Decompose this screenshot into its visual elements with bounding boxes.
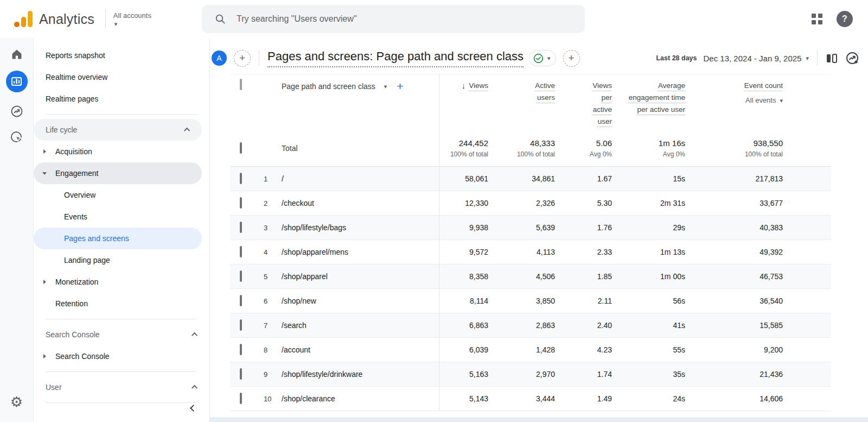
sidebar-section-search-console[interactable]: Search Console (34, 324, 209, 345)
search-icon (215, 14, 226, 24)
sidebar-section-user[interactable]: User (34, 376, 209, 398)
chevron-up-icon (192, 332, 197, 338)
event-count-cell: 40,383 (694, 223, 792, 232)
table-row: 7 /search 6,863 2,863 2.40 41s 15,585 (230, 313, 831, 338)
report-status-dropdown[interactable]: ▾ (529, 50, 556, 66)
event-filter-dropdown[interactable]: All events ▾ (745, 95, 783, 106)
row-checkbox[interactable] (240, 173, 242, 184)
views-per-user-cell: 2.11 (564, 297, 621, 305)
dimension-header-dropdown[interactable]: Page path and screen class ▾ + (276, 81, 439, 92)
apps-grid-icon[interactable] (812, 14, 822, 24)
row-index: 1 (254, 175, 276, 183)
chevron-down-icon[interactable]: ▾ (806, 55, 809, 61)
account-picker[interactable]: All accounts ▾ (113, 11, 151, 27)
sidebar-item-realtime-pages[interactable]: Realtime pages (34, 88, 209, 110)
insights-icon[interactable] (845, 51, 859, 65)
sidebar-item-engagement[interactable]: Engagement (34, 162, 202, 184)
engagement-time-cell: 41s (621, 321, 694, 330)
row-index: 6 (254, 297, 276, 305)
engagement-time-cell: 1m 13s (621, 248, 694, 256)
advertising-icon[interactable] (10, 130, 24, 144)
page-title[interactable]: Pages and screens: Page path and screen … (267, 49, 524, 67)
chevron-down-icon: ▾ (547, 55, 551, 61)
row-checkbox[interactable] (240, 344, 242, 355)
sidebar-item-realtime-overview[interactable]: Realtime overview (34, 66, 209, 88)
column-header-active-users[interactable]: Active users (497, 80, 564, 104)
row-checkbox[interactable] (240, 222, 242, 233)
sidebar-item-reports-snapshot[interactable]: Reports snapshot (34, 45, 209, 66)
table-row: 3 /shop/lifestyle/bags 9,938 5,639 1.76 … (230, 216, 831, 240)
row-checkbox[interactable] (240, 246, 242, 257)
sidebar-divider (46, 114, 196, 115)
row-checkbox[interactable] (240, 368, 242, 380)
total-label: Total (276, 144, 439, 153)
header-divider (817, 51, 818, 66)
total-event-count-sub: 100% of total (745, 150, 783, 158)
event-count-cell: 46,753 (694, 272, 792, 281)
engagement-time-cell: 35s (621, 370, 694, 379)
compare-icon[interactable] (826, 53, 838, 64)
row-checkbox[interactable] (240, 270, 242, 282)
add-comparison-button[interactable]: + (234, 50, 251, 67)
section-label: Life cycle (46, 125, 77, 134)
views-cell: 5,163 (439, 370, 497, 379)
report-avatar[interactable]: A (212, 51, 227, 66)
date-range-selector[interactable]: Dec 13, 2024 - Jan 9, 2025 (704, 54, 802, 63)
column-header-views[interactable]: ↓ Views (439, 80, 497, 92)
row-checkbox[interactable] (240, 295, 242, 306)
home-icon[interactable] (10, 48, 23, 61)
sidebar-item-label: Pages and screens (64, 234, 129, 243)
sidebar-item-retention[interactable]: Retention (34, 293, 209, 314)
engagement-time-cell: 56s (621, 297, 694, 305)
sidebar-divider (46, 371, 196, 372)
sidebar-item-search-console[interactable]: Search Console (34, 345, 209, 367)
column-label: Average engagement time per active user (626, 80, 685, 116)
column-header-event-count[interactable]: Event count All events ▾ (694, 80, 792, 106)
column-header-avg-engagement-time[interactable]: Average engagement time per active user (621, 80, 694, 116)
views-per-user-cell: 2.40 (564, 321, 621, 330)
row-checkbox[interactable] (240, 142, 242, 154)
row-checkbox[interactable] (240, 197, 242, 209)
sidebar-item-monetization[interactable]: Monetization (34, 271, 209, 293)
views-cell: 12,330 (439, 199, 497, 207)
column-header-views-per-active-user[interactable]: Views per active user (564, 80, 621, 128)
sidebar-item-pages-and-screens[interactable]: Pages and screens (34, 228, 202, 249)
row-index: 5 (254, 273, 276, 281)
views-per-user-cell: 4.23 (564, 345, 621, 354)
row-index: 9 (254, 370, 276, 379)
header-divider (259, 51, 259, 66)
help-icon[interactable]: ? (837, 11, 853, 27)
sidebar-item-label: Landing page (64, 256, 110, 264)
row-checkbox[interactable] (240, 319, 242, 331)
add-dimension-button[interactable]: + (397, 81, 403, 92)
chevron-down-icon: ▾ (384, 84, 387, 89)
chevron-down-icon: ▾ (780, 98, 783, 103)
analytics-logo[interactable]: Analytics (14, 11, 94, 27)
sidebar-section-life-cycle[interactable]: Life cycle (34, 119, 202, 141)
explore-icon[interactable] (10, 104, 24, 118)
sort-descending-icon: ↓ (462, 80, 466, 92)
chevron-down-icon: ▾ (114, 21, 118, 27)
sidebar-item-label: Realtime pages (46, 95, 98, 103)
sidebar-item-engagement-overview[interactable]: Overview (34, 184, 209, 206)
views-cell: 8,358 (439, 272, 497, 281)
page-path-cell: /shop/apparel/mens (276, 248, 439, 256)
event-count-cell: 14,606 (694, 394, 792, 403)
add-report-tab-button[interactable]: + (563, 50, 580, 67)
sidebar-item-acquisition[interactable]: Acquisition (34, 141, 209, 162)
row-checkbox[interactable] (240, 393, 242, 404)
search-input[interactable]: Try searching "Users overview" (202, 5, 585, 33)
sidebar-item-label: Events (64, 212, 87, 221)
settings-gear-icon[interactable]: ⚙ (10, 395, 23, 409)
total-views: 244,452 (459, 138, 488, 148)
reports-icon[interactable] (6, 71, 28, 92)
table-row: 8 /account 6,039 1,428 4.23 55s 9,200 (230, 338, 831, 362)
sidebar-item-label: Reports snapshot (46, 51, 105, 60)
sidebar-item-landing-page[interactable]: Landing page (34, 249, 209, 271)
sidebar-item-events[interactable]: Events (34, 206, 209, 228)
collapse-sidebar-button[interactable] (188, 402, 199, 413)
views-cell: 58,061 (439, 174, 497, 183)
horizontal-scrollbar-track[interactable] (210, 417, 868, 422)
select-all-checkbox[interactable] (240, 79, 242, 90)
active-users-cell: 5,639 (497, 223, 564, 232)
